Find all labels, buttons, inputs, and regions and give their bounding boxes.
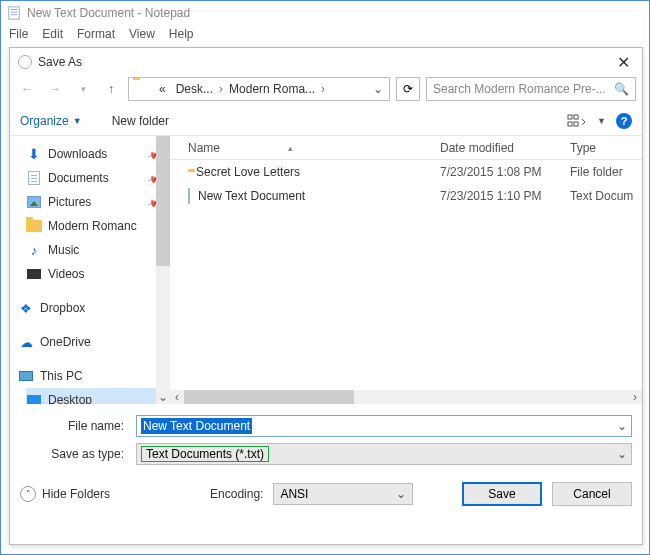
cancel-button[interactable]: Cancel (552, 482, 632, 506)
encoding-select[interactable]: ANSI ⌄ (273, 483, 413, 505)
notepad-title-text: New Text Document - Notepad (27, 6, 190, 20)
file-name-input[interactable]: New Text Document ⌄ (136, 415, 632, 437)
recent-dropdown[interactable]: ▾ (72, 78, 94, 100)
tree-item-modern-romance[interactable]: Modern Romanc (26, 214, 170, 238)
hide-folders-button[interactable]: ˄ Hide Folders (20, 486, 110, 502)
toolbar: Organize ▼ New folder ▼ ? (10, 106, 642, 136)
tree-item-downloads[interactable]: ⬇Downloads📌 (26, 142, 170, 166)
chevron-right-icon: › (321, 82, 325, 96)
music-icon: ♪ (26, 242, 42, 258)
tree-item-this-pc[interactable]: This PC (18, 364, 170, 388)
folder-icon (133, 80, 151, 98)
form-area: File name: New Text Document ⌄ Save as t… (10, 404, 642, 468)
tree-item-videos[interactable]: Videos (26, 262, 170, 286)
svg-rect-0 (9, 7, 20, 19)
chevron-down-icon[interactable]: ▼ (597, 116, 606, 126)
menu-view[interactable]: View (129, 27, 155, 41)
col-header-name[interactable]: Name▴ (170, 141, 440, 155)
menu-edit[interactable]: Edit (42, 27, 63, 41)
folder-icon (26, 218, 42, 234)
file-row[interactable]: New Text Document 7/23/2015 1:10 PM Text… (170, 184, 642, 208)
onedrive-icon: ☁ (18, 334, 34, 350)
svg-rect-5 (574, 115, 578, 119)
scrollbar-thumb[interactable] (156, 136, 170, 266)
view-options-button[interactable] (567, 113, 587, 129)
dialog-footer: ˄ Hide Folders Encoding: ANSI ⌄ Save Can… (10, 468, 642, 516)
sort-indicator-icon: ▴ (288, 143, 293, 153)
scroll-down-button[interactable]: ⌄ (156, 390, 170, 404)
navigation-bar: ← → ▾ ↑ « Desk... › Modern Roma... › ⌄ ⟳… (10, 76, 642, 106)
dialog-title-text: Save As (38, 55, 82, 69)
new-folder-button[interactable]: New folder (112, 114, 169, 128)
help-button[interactable]: ? (616, 113, 632, 129)
tree-item-dropbox[interactable]: ❖Dropbox (18, 296, 170, 320)
tree-item-onedrive[interactable]: ☁OneDrive (18, 330, 170, 354)
folder-tree: ⬇Downloads📌 Documents📌 Pictures📌 Modern … (10, 136, 170, 404)
organize-button[interactable]: Organize ▼ (20, 114, 82, 128)
thispc-icon (18, 368, 34, 384)
tree-item-desktop[interactable]: Desktop (26, 388, 170, 404)
scroll-left-button[interactable]: ‹ (170, 390, 184, 404)
save-button[interactable]: Save (462, 482, 542, 506)
tree-item-pictures[interactable]: Pictures📌 (26, 190, 170, 214)
column-headers: Name▴ Date modified Type (170, 136, 642, 160)
save-as-dialog: Save As ✕ ← → ▾ ↑ « Desk... › Modern Rom… (9, 47, 643, 545)
search-input[interactable]: Search Modern Romance Pre-... 🔍 (426, 77, 636, 101)
chevron-right-icon: › (219, 82, 223, 96)
chevron-down-icon[interactable]: ⌄ (617, 419, 627, 433)
encoding-label: Encoding: (210, 487, 263, 501)
search-placeholder: Search Modern Romance Pre-... (433, 82, 606, 96)
file-name-label: File name: (20, 419, 130, 433)
back-button[interactable]: ← (16, 78, 38, 100)
address-bar[interactable]: « Desk... › Modern Roma... › ⌄ (128, 77, 390, 101)
file-name-value: New Text Document (141, 418, 252, 434)
scroll-right-button[interactable]: › (628, 390, 642, 404)
chevron-down-icon[interactable]: ⌄ (617, 447, 627, 461)
refresh-button[interactable]: ⟳ (396, 77, 420, 101)
videos-icon (26, 266, 42, 282)
svg-rect-4 (568, 115, 572, 119)
desktop-icon (26, 392, 42, 404)
tree-item-documents[interactable]: Documents📌 (26, 166, 170, 190)
forward-button[interactable]: → (44, 78, 66, 100)
chevron-down-icon[interactable]: ⌄ (396, 487, 406, 501)
chevron-up-icon: ˄ (20, 486, 36, 502)
menu-format[interactable]: Format (77, 27, 115, 41)
col-header-type[interactable]: Type (570, 141, 642, 155)
save-type-select[interactable]: Text Documents (*.txt) ⌄ (136, 443, 632, 465)
tree-item-music[interactable]: ♪Music (26, 238, 170, 262)
notepad-window: New Text Document - Notepad File Edit Fo… (0, 0, 650, 555)
horizontal-scrollbar[interactable]: ‹ › (170, 390, 642, 404)
download-icon: ⬇ (26, 146, 42, 162)
up-button[interactable]: ↑ (100, 78, 122, 100)
notepad-title-bar: New Text Document - Notepad (1, 1, 649, 25)
svg-rect-7 (574, 122, 578, 126)
breadcrumb-seg2[interactable]: Modern Roma... (225, 80, 319, 98)
dialog-body: ⬇Downloads📌 Documents📌 Pictures📌 Modern … (10, 136, 642, 404)
save-type-value: Text Documents (*.txt) (141, 446, 269, 462)
address-dropdown[interactable]: ⌄ (369, 82, 387, 96)
scrollbar-thumb[interactable] (184, 390, 354, 404)
menu-file[interactable]: File (9, 27, 28, 41)
document-icon (26, 170, 42, 186)
document-icon (188, 189, 190, 203)
file-row[interactable]: Secret Love Letters 7/23/2015 1:08 PM Fi… (170, 160, 642, 184)
close-button[interactable]: ✕ (613, 53, 634, 72)
notepad-icon (7, 6, 21, 20)
breadcrumb-root[interactable]: « (155, 80, 170, 98)
menu-help[interactable]: Help (169, 27, 194, 41)
tree-scrollbar[interactable] (156, 136, 170, 404)
search-icon: 🔍 (614, 82, 629, 96)
save-type-label: Save as type: (20, 447, 130, 461)
notepad-menu-bar: File Edit Format View Help (1, 25, 649, 45)
file-list-pane: Name▴ Date modified Type Secret Love Let… (170, 136, 642, 404)
chevron-down-icon: ▼ (73, 116, 82, 126)
save-icon (18, 55, 32, 69)
dialog-title-bar: Save As ✕ (10, 48, 642, 76)
dropbox-icon: ❖ (18, 300, 34, 316)
col-header-date[interactable]: Date modified (440, 141, 570, 155)
pictures-icon (26, 194, 42, 210)
svg-rect-6 (568, 122, 572, 126)
breadcrumb-seg1[interactable]: Desk... (172, 80, 217, 98)
